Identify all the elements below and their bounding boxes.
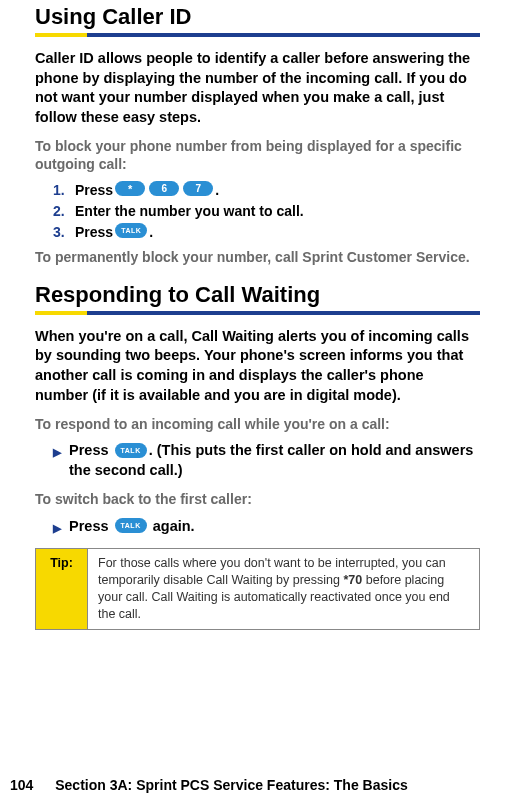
step-text: Enter the number you want to call. <box>75 203 304 219</box>
caller-id-description: Caller ID allows people to identify a ca… <box>35 49 480 127</box>
step-number: 2. <box>53 203 69 219</box>
step-text: Press <box>75 224 113 240</box>
respond-bullet-list: ▶ Press TALK. (This puts the first calle… <box>53 441 480 480</box>
step-text-post: . <box>149 224 153 240</box>
switch-back-subhead: To switch back to the first caller: <box>35 490 480 508</box>
block-number-subhead: To block your phone number from being di… <box>35 137 480 173</box>
heading-caller-id: Using Caller ID <box>35 4 480 30</box>
heading-rule <box>35 311 480 315</box>
key-star-icon: * <box>115 181 145 196</box>
step-3: 3. Press TALK . <box>53 224 480 240</box>
step-2: 2. Enter the number you want to call. <box>53 203 480 219</box>
page-footer: 104 Section 3A: Sprint PCS Service Featu… <box>0 777 505 793</box>
heading-rule <box>35 33 480 37</box>
footer-text: Section 3A: Sprint PCS Service Features:… <box>55 777 407 793</box>
step-1: 1. Press * 6 7 . <box>53 182 480 198</box>
arrow-icon: ▶ <box>53 445 61 480</box>
key-talk-icon: TALK <box>115 223 147 238</box>
key-talk-icon: TALK <box>115 518 147 533</box>
respond-subhead: To respond to an incoming call while you… <box>35 415 480 433</box>
list-item: ▶ Press TALK. (This puts the first calle… <box>53 441 480 480</box>
step-text: Press <box>75 182 113 198</box>
step-text-post: . <box>215 182 219 198</box>
call-waiting-description: When you're on a call, Call Waiting aler… <box>35 327 480 405</box>
step-number: 1. <box>53 182 69 198</box>
list-item: ▶ Press TALK again. <box>53 517 480 537</box>
step-number: 3. <box>53 224 69 240</box>
bullet-text-pre: Press <box>69 518 113 534</box>
arrow-icon: ▶ <box>53 521 61 537</box>
bullet-text-post: again. <box>149 518 195 534</box>
switch-bullet-list: ▶ Press TALK again. <box>53 517 480 537</box>
heading-call-waiting: Responding to Call Waiting <box>35 282 480 308</box>
tip-label: Tip: <box>36 549 88 629</box>
bullet-text-pre: Press <box>69 442 113 458</box>
key-talk-icon: TALK <box>115 443 147 458</box>
tip-box: Tip: For those calls where you don't wan… <box>35 548 480 630</box>
key-7-icon: 7 <box>183 181 213 196</box>
page-number: 104 <box>10 777 33 793</box>
permanent-block-note: To permanently block your number, call S… <box>35 248 480 266</box>
block-steps-list: 1. Press * 6 7 . 2. Enter the number you… <box>53 182 480 240</box>
key-6-icon: 6 <box>149 181 179 196</box>
tip-code: *70 <box>343 573 362 587</box>
tip-content: For those calls where you don't want to … <box>88 549 479 629</box>
